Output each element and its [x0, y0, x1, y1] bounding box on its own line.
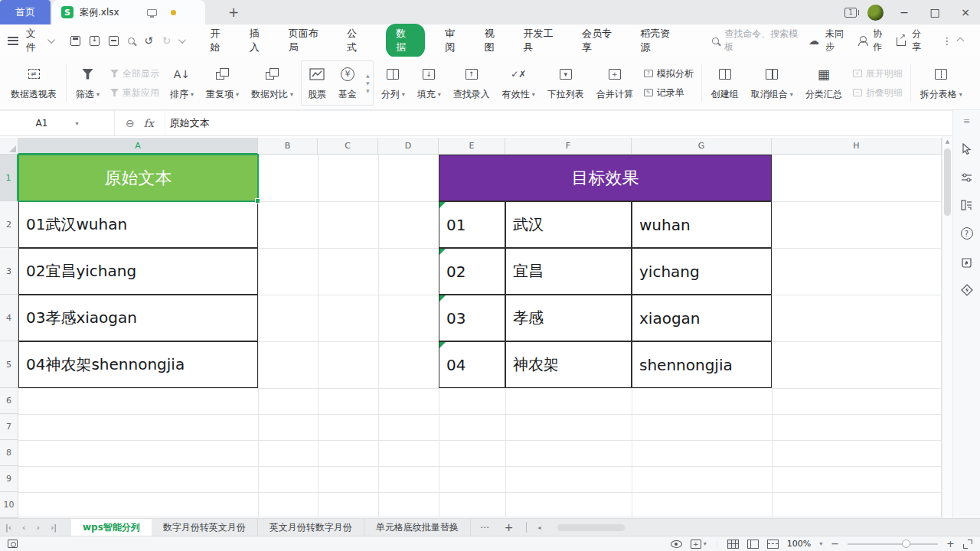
sync-status-label[interactable]: 未同步	[825, 28, 852, 54]
sheet-tab-2[interactable]: 数字月份转英文月份	[152, 519, 258, 536]
scroll-up-icon[interactable]: ▲	[942, 139, 952, 145]
cell-G4[interactable]: xiaogan	[632, 295, 772, 341]
cell-G2[interactable]: wuhan	[632, 201, 772, 248]
tab-insert[interactable]: 插入	[250, 27, 269, 54]
column-header-D[interactable]: D	[378, 138, 439, 155]
create-group-button[interactable]: 创建组	[705, 57, 745, 109]
cell-E5[interactable]: 04	[439, 341, 505, 388]
zoom-caret-icon[interactable]: ▾	[819, 540, 822, 547]
ungroup-button[interactable]: 取消组合▾	[745, 57, 799, 109]
text-to-columns-button[interactable]: 分列▾	[375, 57, 411, 109]
row-header-6[interactable]: 6	[0, 388, 18, 414]
record-macro-icon[interactable]	[8, 540, 18, 548]
cell-G3[interactable]: yichang	[632, 248, 772, 295]
user-avatar[interactable]	[867, 5, 884, 21]
gallery-scroll-arrows[interactable]: ▲▼▼	[363, 73, 373, 93]
row-header-7[interactable]: 7	[0, 414, 18, 440]
collapse-ribbon-icon[interactable]	[957, 37, 965, 44]
insert-function-icon[interactable]: fx	[144, 117, 154, 129]
tab-scroll-divider[interactable]	[526, 522, 527, 533]
add-sheet-button[interactable]: +	[498, 521, 520, 533]
pivot-pane-icon[interactable]	[960, 198, 974, 212]
cell-G5[interactable]: shennongjia	[632, 341, 772, 388]
select-all-corner[interactable]	[0, 138, 18, 155]
home-tab[interactable]: 首页	[0, 0, 51, 24]
zoom-slider-thumb[interactable]	[902, 540, 910, 548]
tab-review[interactable]: 审阅	[445, 27, 464, 54]
collapse-detail-button[interactable]: − 折叠明细	[853, 86, 903, 99]
expand-detail-button[interactable]: + 展开明细	[853, 67, 903, 80]
row-header-5[interactable]: 5	[0, 341, 18, 388]
reading-mode-eye-icon[interactable]	[671, 540, 682, 548]
cell-A4[interactable]: 03孝感xiaogan	[18, 295, 258, 341]
tab-view[interactable]: 视图	[484, 27, 503, 54]
save-icon[interactable]	[70, 36, 80, 46]
zoom-level[interactable]: 100%	[787, 539, 811, 549]
cell-A5[interactable]: 04神农架shennongjia	[18, 341, 258, 388]
sidebar-handle-icon[interactable]: ≡	[963, 116, 970, 126]
validation-button[interactable]: ✓✗ 有效性▾	[496, 57, 541, 109]
highlight-crosshair-button[interactable]: +▾	[691, 540, 707, 549]
cell-E2[interactable]: 01	[439, 201, 505, 248]
show-all-button[interactable]: 全部显示	[110, 67, 159, 80]
hamburger-icon[interactable]	[8, 37, 18, 45]
cell-E3[interactable]: 02	[439, 248, 505, 295]
cell-A3[interactable]: 02宜昌yichang	[18, 248, 258, 295]
fill-handle[interactable]	[255, 198, 260, 204]
share-icon[interactable]	[897, 37, 906, 46]
row-header-3[interactable]: 3	[0, 248, 18, 295]
column-header-H[interactable]: H	[772, 138, 942, 155]
close-button[interactable]: ×	[956, 6, 975, 18]
share-label[interactable]: 分享	[912, 28, 929, 54]
redo-icon[interactable]: ↻	[162, 34, 172, 47]
command-search-box[interactable]: 查找命令、搜索模板	[712, 28, 805, 54]
column-header-C[interactable]: C	[318, 138, 378, 155]
help-icon[interactable]: ?	[960, 227, 974, 240]
formula-input[interactable]: 原始文本	[165, 111, 952, 135]
next-sheet-icon[interactable]: ›	[31, 523, 45, 533]
first-sheet-icon[interactable]: |‹	[0, 523, 17, 533]
tab-page-layout[interactable]: 页面布局	[289, 27, 327, 54]
name-box[interactable]: A1 ▾	[0, 111, 115, 135]
fill-button[interactable]: ↓ 填充▾	[411, 57, 447, 109]
cell-E4[interactable]: 03	[439, 295, 505, 341]
window-manager-badge[interactable]: 1	[844, 8, 857, 18]
row-header-1[interactable]: 1	[0, 155, 18, 201]
cell-F2[interactable]: 武汉	[505, 201, 632, 248]
tab-formulas[interactable]: 公式	[347, 27, 366, 54]
horizontal-scroll-thumb[interactable]	[557, 524, 625, 531]
fund-button[interactable]: ¥ 基金	[332, 66, 363, 101]
pivot-table-button[interactable]: ⇄ 数据透视表	[5, 57, 63, 109]
vertical-scrollbar[interactable]: ▲	[942, 136, 952, 518]
row-header-2[interactable]: 2	[0, 201, 18, 248]
file-menu-caret-icon[interactable]	[47, 36, 55, 44]
lookup-entry-button[interactable]: ↑ 查找录入	[447, 57, 496, 109]
row-header-9[interactable]: 9	[0, 466, 18, 492]
quick-tools-lightning-icon[interactable]	[960, 283, 974, 297]
filter-button[interactable]: 筛选▾	[70, 57, 106, 109]
output-icon[interactable]	[90, 36, 100, 46]
hscroll-left-icon[interactable]: ◂	[533, 524, 547, 531]
cell-E1-right-table-header[interactable]: 目标效果	[439, 155, 772, 201]
cell-A2[interactable]: 01武汉wuhan	[18, 201, 258, 248]
more-sheets-icon[interactable]: ⋯	[471, 522, 498, 533]
tab-docer-resources[interactable]: 稻壳资源	[640, 27, 678, 54]
duplicates-button[interactable]: 重复项▾	[200, 57, 245, 109]
data-compare-button[interactable]: 数据对比▾	[245, 57, 299, 109]
zoom-out-formula-icon[interactable]: ⊖	[126, 117, 135, 129]
what-if-analysis-button[interactable]: ? 模拟分析	[644, 67, 694, 80]
collaborate-icon[interactable]	[858, 36, 867, 46]
sheet-tab-4[interactable]: 单元格底纹批量替换	[364, 519, 471, 536]
reapply-button[interactable]: 重新应用	[110, 86, 159, 99]
subtotal-button[interactable]: ▦ 分类汇总	[799, 57, 848, 109]
zoom-slider[interactable]	[848, 543, 938, 545]
column-header-G[interactable]: G	[632, 138, 772, 155]
new-tab-button[interactable]: +	[222, 5, 245, 20]
file-menu[interactable]: 文件	[26, 27, 46, 54]
vertical-scroll-thumb[interactable]	[944, 148, 951, 216]
cell-F3[interactable]: 宜昌	[505, 248, 632, 295]
pointer-tool-icon[interactable]	[960, 142, 974, 155]
tab-home[interactable]: 开始	[211, 27, 230, 54]
column-header-E[interactable]: E	[439, 138, 505, 155]
name-box-caret-icon[interactable]: ▾	[75, 120, 78, 127]
